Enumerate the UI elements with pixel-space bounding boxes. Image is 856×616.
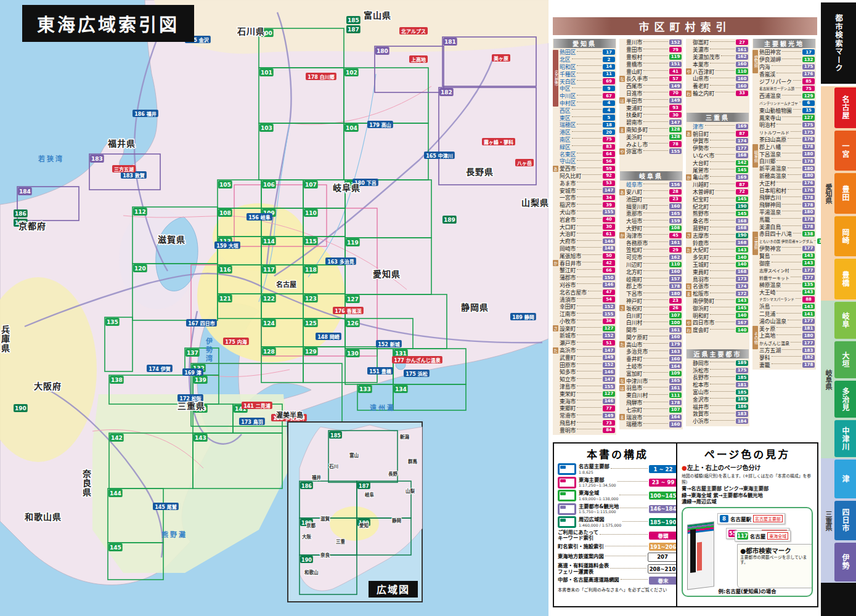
color-guide-line3: 濃緑→周辺広域 <box>682 498 813 505</box>
sidebar-pref-label: 岐阜県 <box>821 301 834 458</box>
grid-box-number-130-label: 130 <box>347 351 359 357</box>
index-entry: 多気町140 <box>686 254 749 261</box>
dot-leader <box>643 114 668 115</box>
page-number-chip: 107 <box>669 407 682 413</box>
page-number-chip: 155 <box>603 209 615 215</box>
index-entry: バンテリンドームナゴヤ6 <box>752 100 816 107</box>
index-entry: 一宮市34 <box>553 194 616 201</box>
dot-leader <box>772 254 801 255</box>
index-entry: 妻籠178 <box>752 361 816 368</box>
index-entry: な名張市174 <box>686 283 749 290</box>
page-number-chip: 176 <box>802 187 815 193</box>
index-entry-name: ともいきの国 伊勢忍者キングダム <box>759 238 813 244</box>
page-number-chip: 78 <box>669 141 682 147</box>
index-entry: わ度会町140 <box>686 326 749 334</box>
legend-row-text: 周辺広域図1:460,000 / 1:575,000 <box>579 517 621 527</box>
color-guide-diagram: 8名古屋駅名古屋主要部55名古屋城東海主要部117名古屋東海全域 ●都市検索マー… <box>682 507 813 597</box>
index-entry-name: 輪之内町 <box>693 89 714 97</box>
index-entry-name: 度会町 <box>693 326 709 334</box>
open-book: ●都市検索マーク 主要都市の掲載ページを示しています。 <box>737 544 813 588</box>
index-entry: 東白川村111 <box>619 392 683 399</box>
index-entry: 白川郷178 <box>752 158 816 165</box>
dot-leader <box>582 174 601 175</box>
city-search-mark-浜松-label: 175 浜松 <box>406 371 427 377</box>
page-number-chip: 143 <box>736 247 748 253</box>
index-entry: 飛島村73 <box>553 419 616 427</box>
page-number-chip: 155 <box>603 384 615 389</box>
page-number-chip: 34 <box>603 195 615 200</box>
dot-leader <box>777 327 801 328</box>
dot-leader <box>577 422 601 423</box>
index-entry: 天白区69 <box>553 78 616 85</box>
index-entry: 鳳来寺山127 <box>752 114 816 121</box>
sidebar-pref-label: 愛知県 <box>821 86 834 301</box>
dot-leader <box>577 160 601 161</box>
index-entry-name: 小浜市 <box>693 417 709 425</box>
index-kana-marker: さ <box>553 325 558 331</box>
page-number-chip: 172 <box>736 291 748 296</box>
index-entry: 東山動植物園15 <box>752 107 816 114</box>
dot-leader <box>710 161 735 162</box>
dot-leader <box>710 132 735 133</box>
legend-row-name: 町名索引・施設索引 <box>558 544 604 550</box>
grid-box-number-104-label: 104 <box>346 125 357 131</box>
index-entry: 本巣市160 <box>686 60 749 68</box>
page-number-chip: 92 <box>603 173 615 179</box>
dot-leader <box>643 49 668 49</box>
index-entry: 港区20 <box>553 129 616 136</box>
page-number-chip: 66 <box>603 267 615 273</box>
page-color-guide-box: ページ色の見方 ●左上・右上のページ色分け 地図の種類(縮尺別)を表します。(※… <box>676 442 818 607</box>
dot-leader <box>577 102 601 102</box>
inset-label-滋賀: 滋賀 <box>320 516 330 522</box>
index-entry: ま松阪市172 <box>686 290 749 298</box>
index-entry: 二見浦141 <box>752 310 816 318</box>
page-number-chip: 73 <box>603 420 615 426</box>
index-entry-name: 名古屋港ガーデンふ頭 <box>759 86 794 91</box>
index-kana-marker: さ <box>686 232 691 238</box>
page-number-chip: 160 <box>736 83 748 89</box>
color-guide-line1: 青→名古屋主要部 ピンク→東海主要部 <box>682 485 813 492</box>
dot-leader <box>715 154 735 155</box>
index-entry: 各務原市161 <box>619 239 683 246</box>
dot-leader <box>788 174 801 175</box>
page-number-chip: 27 <box>736 39 748 45</box>
dot-leader <box>649 205 668 206</box>
example-page-name: 名古屋 <box>750 532 766 540</box>
page-number-chip: 162 <box>669 254 682 260</box>
dot-leader <box>643 85 668 86</box>
page-number-chip: 67 <box>603 93 615 99</box>
grid-box-number-121-label: 121 <box>219 296 231 302</box>
legend-map-swatch <box>558 463 576 475</box>
legend-map-swatch <box>558 516 576 528</box>
legend-page-chip: 100~145 <box>649 492 677 500</box>
dot-leader <box>710 169 735 169</box>
index-entry: ジブリパーク85 <box>752 78 816 85</box>
example-page-name: 名古屋駅 <box>730 515 751 522</box>
page-number-chip: 147 <box>603 187 615 193</box>
index-entry-name: かんざんじ温泉 <box>759 340 789 346</box>
dot-leader <box>577 371 601 371</box>
color-guide-bullet1: ●左上・右上のページ色分け <box>682 463 813 472</box>
index-kana-marker: ま <box>619 127 625 133</box>
index-entry: 大口町30 <box>553 223 616 230</box>
dot-leader <box>710 285 735 286</box>
edge-page-label-190-label: 190 <box>15 405 26 411</box>
index-entry: 幸田町152 <box>553 303 616 310</box>
grid-box-number-126-label: 126 <box>347 320 359 326</box>
index-group: 岐阜市156あ安八町28池田町23揖斐川町160恵那市165大垣市159大野町1… <box>619 181 683 428</box>
index-entry: ま瑞浪市164 <box>619 413 683 421</box>
dot-leader <box>710 329 735 330</box>
index-entry: 下呂市180 <box>619 290 683 298</box>
index-group-tab: 愛知県 <box>752 50 758 73</box>
index-entry: 北名古屋市47 <box>553 288 616 296</box>
dot-leader <box>777 73 801 73</box>
dot-leader <box>643 184 668 184</box>
example-page-tag: 名古屋主要部 <box>753 515 783 522</box>
dot-leader <box>643 263 668 264</box>
dot-leader <box>577 313 601 314</box>
page-number-chip: 129 <box>802 93 815 99</box>
index-entry: 東浦町93 <box>619 104 683 111</box>
pref-label-大阪府: 大阪府 <box>34 381 62 391</box>
index-entry: た高山市179 <box>619 341 683 348</box>
legend-row-name: ご利用にあたって キーワード索引 <box>558 530 598 541</box>
